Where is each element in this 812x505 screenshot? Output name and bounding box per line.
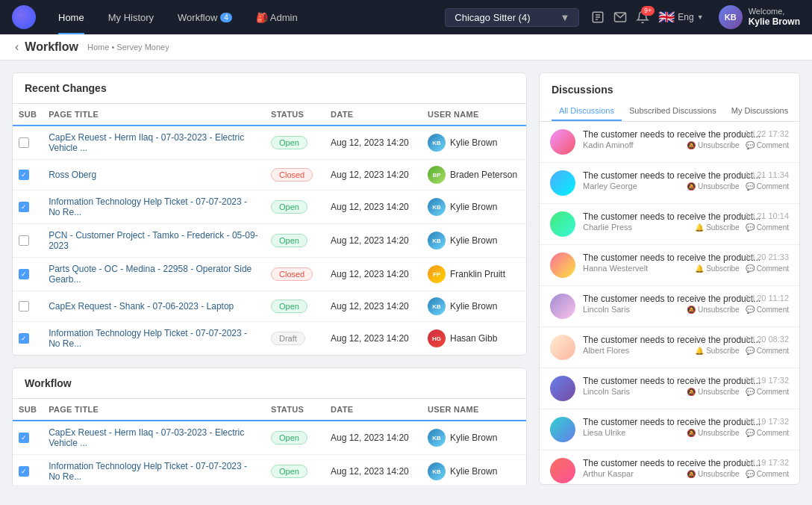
disc-item-inner: The customer needs to receive the produc… — [540, 204, 799, 245]
row-checkbox-cell[interactable] — [13, 126, 43, 160]
row-checkbox[interactable] — [19, 466, 29, 477]
disc-subscribe-btn[interactable]: 🔕 Unsubscribe — [687, 182, 740, 190]
user-menu[interactable]: KB Welcome, Kylie Brown — [719, 5, 800, 29]
row-date: Aug 12, 2023 14:20 — [325, 258, 422, 291]
tab-all-discussions[interactable]: All Discussions — [552, 102, 622, 121]
disc-subscribe-btn[interactable]: 🔕 Unsubscribe — [687, 306, 740, 314]
disc-author: Arthur Kaspar — [583, 469, 634, 478]
row-title[interactable]: Parts Quote - OC - Medina - 22958 - Oper… — [43, 258, 265, 291]
disc-comment-btn[interactable]: 💬 Comment — [746, 182, 789, 190]
nav-my-history[interactable]: My History — [98, 0, 164, 34]
row-checkbox[interactable] — [19, 333, 29, 344]
notifications-icon-btn[interactable]: 9+ — [636, 10, 649, 24]
wf-col-status-header: Status — [265, 399, 325, 421]
discussions-title: Discussions — [540, 73, 799, 96]
row-checkbox-cell[interactable] — [13, 160, 43, 190]
disc-time: Jul 21 10:14 — [744, 211, 789, 220]
wf-col-user-header: User Name — [422, 399, 526, 421]
disc-actions: 🔔 Subscribe💬 Comment — [695, 347, 789, 355]
row-checkbox[interactable] — [19, 137, 29, 148]
row-checkbox[interactable] — [19, 269, 29, 279]
row-title[interactable]: Information Technology Help Ticket - 07-… — [43, 190, 265, 224]
language-selector[interactable]: 🇬🇧 Eng ▼ — [658, 9, 703, 25]
disc-subscribe-btn[interactable]: 🔔 Subscribe — [695, 223, 739, 232]
back-button[interactable]: ‹ — [15, 40, 19, 54]
disc-comment-btn[interactable]: 💬 Comment — [746, 141, 789, 149]
tab-subscribed-discussions[interactable]: Subscribed Discussions — [622, 102, 724, 121]
disc-avatar — [550, 170, 575, 196]
disc-avatar — [550, 335, 575, 360]
row-checkbox-cell[interactable] — [13, 421, 43, 455]
disc-item-inner: The customer needs to receive the produc… — [540, 163, 799, 204]
disc-subscribe-btn[interactable]: 🔕 Unsubscribe — [687, 388, 740, 396]
row-status: Closed — [265, 160, 325, 190]
row-checkbox-cell[interactable] — [13, 322, 43, 356]
row-title[interactable]: CapEx Reuest - Herm Ilaq - 07-03-2023 - … — [43, 421, 265, 455]
row-checkbox-cell[interactable] — [13, 455, 43, 486]
row-status: Closed — [265, 258, 325, 291]
row-checkbox-cell[interactable] — [13, 224, 43, 258]
disc-comment-btn[interactable]: 💬 Comment — [746, 223, 789, 232]
user-avatar-sm: KB — [428, 198, 446, 216]
table-row: Information Technology Help Ticket - 07-… — [13, 190, 526, 224]
disc-subscribe-btn[interactable]: 🔔 Subscribe — [695, 347, 739, 355]
disc-comment-btn[interactable]: 💬 Comment — [746, 347, 789, 355]
lang-arrow: ▼ — [697, 13, 704, 21]
welcome-label: Welcome, — [749, 7, 785, 16]
row-title[interactable]: PCN - Customer Project - Tamko - Frederi… — [43, 224, 265, 258]
discussions-panel: Discussions All Discussions Subscribed D… — [539, 72, 800, 485]
user-avatar-sm: KB — [428, 232, 446, 250]
row-title[interactable]: Ross Oberg — [43, 160, 265, 190]
row-title[interactable]: Information Technology Help Ticket - 07-… — [43, 455, 265, 486]
disc-item-inner: The customer needs to receive the produc… — [540, 368, 799, 409]
tab-my-discussions[interactable]: My Discussions — [724, 102, 796, 121]
nav-icons: 9+ 🇬🇧 Eng ▼ KB Welcome, Kylie Brown — [591, 5, 800, 29]
disc-author: Liesa Ulrike — [583, 428, 625, 437]
row-checkbox[interactable] — [19, 433, 29, 443]
row-user: KBKylie Brown — [422, 455, 526, 486]
disc-comment-btn[interactable]: 💬 Comment — [746, 306, 789, 314]
flag-icon: 🇬🇧 — [658, 9, 675, 25]
user-name-label: Hasan Gibb — [450, 333, 497, 344]
row-checkbox-cell[interactable] — [13, 291, 43, 322]
disc-avatar — [550, 294, 575, 319]
disc-comment-btn[interactable]: 💬 Comment — [746, 470, 789, 478]
app-logo[interactable] — [12, 5, 36, 29]
disc-meta-row: Albert Flores🔔 Subscribe💬 Comment — [583, 345, 789, 355]
disc-comment-btn[interactable]: 💬 Comment — [746, 388, 789, 396]
disc-time: Jul 19 17:32 — [744, 417, 789, 426]
disc-author: Marley George — [583, 182, 637, 190]
discussion-item: The customer needs to receive the produc… — [540, 450, 799, 485]
disc-actions: 🔕 Unsubscribe💬 Comment — [687, 306, 789, 314]
disc-subscribe-btn[interactable]: 🔕 Unsubscribe — [687, 141, 740, 149]
disc-comment-btn[interactable]: 💬 Comment — [746, 429, 789, 437]
row-checkbox[interactable] — [19, 202, 29, 212]
reports-icon-btn[interactable] — [591, 10, 605, 24]
nav-home[interactable]: Home — [48, 0, 95, 34]
row-title[interactable]: CapEx Reuest - Herm Ilaq - 07-03-2023 - … — [43, 126, 265, 160]
row-checkbox-cell[interactable] — [13, 190, 43, 224]
disc-subscribe-btn[interactable]: 🔔 Subscribe — [695, 264, 739, 273]
row-checkbox-cell[interactable] — [13, 258, 43, 291]
disc-time: Jul 20 11:12 — [744, 294, 789, 303]
mail-icon-btn[interactable] — [613, 10, 627, 24]
disc-subscribe-btn[interactable]: 🔕 Unsubscribe — [687, 429, 740, 437]
disc-subscribe-btn[interactable]: 🔕 Unsubscribe — [687, 470, 740, 478]
left-panel: Recent Changes Sub Page Title Status Dat… — [12, 72, 527, 485]
nav-admin[interactable]: 🎒 Admin — [246, 0, 308, 34]
row-title[interactable]: CapEx Request - Shank - 07-06-2023 - Lap… — [43, 291, 265, 322]
row-title[interactable]: Information Technology Help Ticket - 07-… — [43, 322, 265, 356]
row-checkbox[interactable] — [19, 170, 29, 180]
wf-col-sub-header: Sub — [13, 399, 43, 421]
row-checkbox[interactable] — [19, 301, 29, 312]
discussion-item: The customer needs to receive the produc… — [540, 122, 799, 163]
disc-avatar — [550, 458, 575, 483]
user-name-label: Kylie Brown — [450, 202, 497, 212]
nav-workflow[interactable]: Workflow 4 — [167, 0, 243, 34]
location-dropdown[interactable]: Chicago Sitter (4) ▼ — [445, 8, 579, 27]
disc-meta-row: Lincoln Saris🔕 Unsubscribe💬 Comment — [583, 386, 789, 396]
disc-meta-row: Hanna Westervelt🔔 Subscribe💬 Comment — [583, 263, 789, 273]
row-user: HGHasan Gibb — [422, 322, 526, 356]
disc-comment-btn[interactable]: 💬 Comment — [746, 264, 789, 273]
row-checkbox[interactable] — [19, 235, 29, 246]
